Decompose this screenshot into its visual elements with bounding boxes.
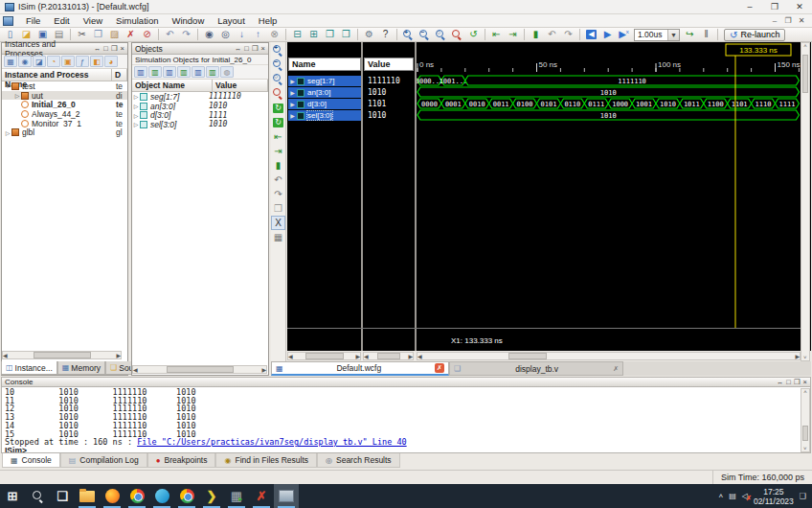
wave-redo-cursor-icon[interactable]: ↷ <box>271 187 285 201</box>
tile-horizontal-icon[interactable]: ⊞ <box>305 28 322 41</box>
expander-icon[interactable]: ▶ <box>288 89 297 96</box>
doc-tab-defaultwcfg[interactable]: ▦Default.wcfg✗ <box>271 361 449 376</box>
undock-button[interactable]: ❐ <box>794 378 801 386</box>
settings-icon[interactable]: ⊗ <box>266 28 282 41</box>
menu-layout[interactable]: Layout <box>211 14 252 28</box>
object-row[interactable]: ▷sel[3:0]1010 <box>132 120 268 129</box>
wave-zoom-area-icon[interactable] <box>271 86 285 101</box>
show-modules-icon[interactable]: ◪ <box>33 56 46 67</box>
network-icon[interactable]: ▤ <box>729 492 736 500</box>
show-primitives-icon[interactable]: ▣ <box>61 56 75 67</box>
wave-next-transition-icon[interactable]: ⇥ <box>271 144 285 158</box>
float-button[interactable]: ↔ <box>777 378 784 386</box>
find-in-files-icon[interactable]: ◎ <box>217 28 234 41</box>
instances-hscrollbar[interactable]: ◀▶ <box>2 351 122 359</box>
refresh-icon[interactable]: ↺ <box>465 28 482 41</box>
add-marker-icon[interactable]: ▮ <box>528 28 544 41</box>
undo-view-icon[interactable]: ↶ <box>544 28 560 41</box>
wave-prev-transition-icon[interactable]: ⇤ <box>271 129 285 144</box>
next-event-icon[interactable]: ↻ <box>271 115 285 129</box>
tree-row[interactable]: Monitor_37_1te <box>2 119 127 128</box>
tree-row[interactable]: ▷uutdi <box>2 91 127 101</box>
chrome-button[interactable] <box>124 484 149 508</box>
tab-console[interactable]: ▦Console <box>2 453 60 468</box>
tree-row[interactable]: Always_44_2te <box>2 109 127 119</box>
column-header[interactable]: D <box>112 69 127 81</box>
undock-button[interactable]: ❐ <box>252 44 259 53</box>
start-button[interactable]: ⊞ <box>0 484 25 508</box>
ise-navigator-button[interactable]: ❯ <box>199 484 224 508</box>
sort-icon[interactable]: ◕ <box>104 56 118 67</box>
show-input-ports-icon[interactable]: ▥ <box>134 66 147 78</box>
dock-button[interactable]: □ <box>786 378 791 386</box>
tab-find-in-files-results[interactable]: ◉Find in Files Results <box>215 453 317 468</box>
tab-compilation-log[interactable]: ▤Compilation Log <box>60 453 147 468</box>
wave-name-hscrollbar[interactable]: ◀▶ <box>287 352 361 360</box>
wave-signal-name-row[interactable]: ▶d[3:0] <box>288 99 361 109</box>
maximize-button[interactable]: ❐ <box>762 0 787 13</box>
float-window-icon[interactable]: ❒ <box>338 28 354 41</box>
wave-value-hscrollbar[interactable]: ◀▶ <box>363 352 414 360</box>
file-explorer-button[interactable] <box>75 484 100 508</box>
wave-add-marker-icon[interactable]: ▮ <box>271 158 285 173</box>
undo-icon[interactable]: ↶ <box>162 28 178 41</box>
prev-event-icon[interactable]: ↻ <box>271 101 285 115</box>
show-functions-icon[interactable]: ƒ <box>76 56 89 67</box>
show-globals-icon[interactable]: ◉ <box>18 56 32 67</box>
wave-signal-name-row[interactable]: ▶seg[1:7] <box>288 76 361 86</box>
object-row[interactable]: ▷d[3:0]1111 <box>132 110 268 120</box>
wave-value-header[interactable]: Value <box>364 58 414 71</box>
taskbar-clock[interactable]: 17:25 02/11/2023 <box>754 487 794 506</box>
menu-window[interactable]: Window <box>165 14 211 28</box>
expander-icon[interactable]: ▶ <box>288 101 297 107</box>
float-button[interactable]: ↔ <box>235 44 242 53</box>
tree-row[interactable]: ▷glblgl <box>2 127 127 137</box>
console-output[interactable]: 10 1010 1111110 101011 1010 1111110 1010… <box>1 387 811 453</box>
menu-help[interactable]: Help <box>252 14 284 28</box>
expander-icon[interactable]: ▼ <box>4 83 11 89</box>
expander-icon[interactable]: ▶ <box>288 112 297 119</box>
run-duration-combo[interactable]: 1.00us▼ <box>634 29 680 41</box>
menu-file[interactable]: File <box>19 14 47 28</box>
xilinx-tool-button[interactable]: ✗ <box>249 484 274 508</box>
chrome-2-button[interactable] <box>174 484 199 508</box>
console-vscrollbar[interactable]: ˄˅ <box>801 388 810 452</box>
combo-dropdown-icon[interactable]: ▼ <box>667 30 679 40</box>
tree-row[interactable]: Initial_26_0te <box>2 100 127 109</box>
restart-icon[interactable]: ◀ <box>583 28 599 41</box>
paste-icon[interactable]: ▨ <box>106 28 123 41</box>
isim-window-button[interactable] <box>274 484 299 508</box>
tab-breakpoints[interactable]: ●Breakpoints <box>147 453 216 468</box>
expander-icon[interactable]: ▷ <box>4 129 11 136</box>
dock-button[interactable]: □ <box>244 44 249 53</box>
show-output-ports-icon[interactable]: ▥ <box>148 66 162 78</box>
doc-tab-close-icon[interactable]: ✗ <box>613 365 619 373</box>
filter-objects-icon[interactable]: ◍ <box>220 66 234 78</box>
show-variables-icon[interactable]: ▥ <box>206 66 219 78</box>
show-instances-icon[interactable]: ▦ <box>4 56 17 67</box>
dock-button[interactable]: □ <box>103 44 108 53</box>
menu-simulation[interactable]: Simulation <box>109 14 165 28</box>
stopped-file-link[interactable]: File "C:/Users/practicas/ivan7seg/displa… <box>137 437 406 447</box>
expander-icon[interactable]: ▷ <box>132 121 140 127</box>
column-header[interactable]: Instance and Process Name <box>2 69 112 81</box>
object-row[interactable]: ▷seg[1:7]1111110 <box>132 92 268 102</box>
run-for-time-icon[interactable]: ▶x <box>616 28 632 41</box>
close-button[interactable]: ✕ <box>787 0 812 13</box>
goto-next-transition-icon[interactable]: ⇥ <box>505 28 521 41</box>
float-wave-window-icon[interactable]: ❐ <box>271 201 285 216</box>
show-constants-icon[interactable]: ▥ <box>192 66 205 78</box>
expander-icon[interactable]: ▶ <box>288 78 297 84</box>
wrench-icon[interactable]: ⚙ <box>361 28 377 41</box>
zoom-to-area-icon[interactable] <box>449 28 465 41</box>
menu-edit[interactable]: Edit <box>47 14 76 28</box>
step-icon[interactable]: ↪ <box>682 28 698 41</box>
edge-button[interactable] <box>149 484 174 508</box>
search-button[interactable] <box>25 484 50 508</box>
firefox-button[interactable] <box>100 484 124 508</box>
run-all-icon[interactable]: ▶ <box>599 28 616 41</box>
float-button[interactable]: ↔ <box>94 44 102 53</box>
zoom-in-icon[interactable]: + <box>400 28 417 41</box>
panel-close-button[interactable]: × <box>803 378 807 386</box>
measure-marker-icon[interactable]: X <box>271 216 285 230</box>
